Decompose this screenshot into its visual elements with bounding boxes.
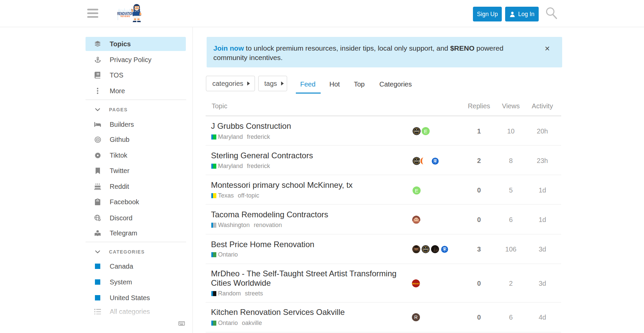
svg-text:RENOVATION: RENOVATION bbox=[423, 248, 429, 250]
svg-text:RENOVATION: RENOVATION bbox=[414, 160, 420, 162]
svg-text:REVIEWS: REVIEWS bbox=[121, 15, 130, 18]
svg-text:MRDHEO: MRDHEO bbox=[412, 283, 420, 285]
svg-text:RENOVATION: RENOVATION bbox=[414, 130, 420, 132]
